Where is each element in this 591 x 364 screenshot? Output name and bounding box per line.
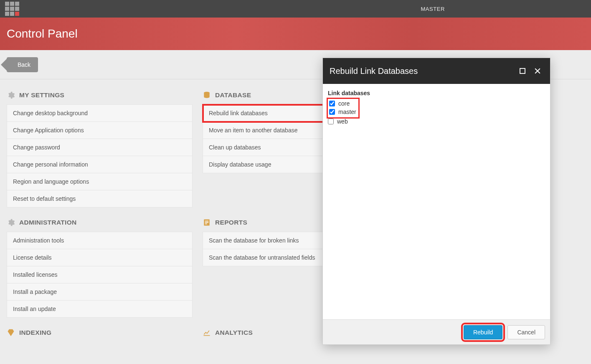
checkbox-row-core[interactable]: core (329, 99, 356, 108)
section-administration: ADMINISTRATION Administration tools Lice… (7, 218, 193, 318)
list-item[interactable]: Change password (7, 139, 192, 156)
topbar: MASTER (0, 0, 591, 18)
database-indicator: MASTER (421, 6, 445, 12)
list-item[interactable]: Change Application options (7, 122, 192, 139)
report-icon (203, 218, 211, 227)
analytics-icon (203, 329, 211, 337)
gear-icon (7, 91, 15, 99)
dialog-footer: Rebuild Cancel (323, 319, 550, 344)
svg-rect-2 (205, 221, 208, 222)
rebuild-link-databases-dialog: Rebuild Link Databases Link databases co… (322, 58, 550, 345)
back-button-label: Back (18, 61, 30, 68)
dialog-header: Rebuild Link Databases (323, 58, 550, 84)
checkbox-core[interactable] (329, 101, 335, 106)
indexing-icon (7, 329, 15, 337)
list-item[interactable]: License details (7, 249, 192, 266)
checkbox-group-highlight: core master (328, 99, 358, 117)
dialog-title: Rebuild Link Databases (330, 66, 418, 76)
list-item[interactable]: Change personal information (7, 156, 192, 173)
list-item[interactable]: Installed licenses (7, 266, 192, 283)
list-item[interactable]: Change desktop background (7, 105, 192, 122)
list-item[interactable]: Install an update (7, 301, 192, 318)
checkbox-master[interactable] (329, 109, 335, 115)
list-item[interactable]: Install a package (7, 283, 192, 301)
svg-rect-4 (205, 224, 207, 225)
rebuild-button[interactable]: Rebuild (464, 325, 502, 339)
maximize-icon[interactable] (517, 65, 528, 77)
svg-rect-5 (520, 68, 525, 73)
section-title: MY SETTINGS (19, 91, 64, 99)
section-title: INDEXING (19, 329, 51, 336)
cancel-button[interactable]: Cancel (507, 325, 545, 339)
section-title: ADMINISTRATION (19, 219, 77, 226)
list-item[interactable]: Region and language options (7, 173, 192, 190)
svg-rect-3 (205, 222, 208, 223)
list-item[interactable]: Administration tools (7, 232, 192, 249)
app-logo-icon[interactable] (5, 2, 19, 16)
page-title: Control Panel (7, 27, 78, 40)
section-title: DATABASE (215, 91, 251, 99)
section-indexing: INDEXING (7, 329, 193, 342)
close-icon[interactable] (532, 65, 543, 77)
checkbox-web[interactable] (328, 119, 334, 124)
section-title: REPORTS (215, 219, 247, 226)
dialog-body: Link databases core master web (323, 84, 550, 319)
checkbox-label: core (338, 100, 350, 107)
checkbox-label: web (337, 118, 348, 125)
checkbox-group-label: Link databases (328, 90, 545, 96)
page-title-bar: Control Panel (0, 18, 591, 50)
section-my-settings: MY SETTINGS Change desktop background Ch… (7, 91, 193, 207)
gear-icon (7, 218, 15, 227)
checkbox-label: master (338, 109, 356, 115)
checkbox-row-web[interactable]: web (328, 117, 545, 126)
database-icon (203, 91, 211, 99)
section-title: ANALYTICS (215, 329, 253, 336)
checkbox-row-master[interactable]: master (329, 108, 356, 116)
back-button[interactable]: Back (7, 57, 38, 72)
list-item[interactable]: Reset to default settings (7, 190, 192, 207)
